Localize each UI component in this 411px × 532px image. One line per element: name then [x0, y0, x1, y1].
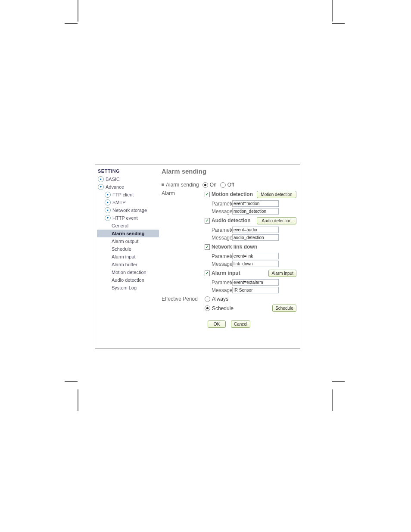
sidebar-item-label: HTTP event	[112, 215, 138, 221]
network-link-down-parameter-input[interactable]	[232, 253, 279, 259]
parameter-label: Parameter	[212, 253, 232, 259]
radio-label: Off	[227, 182, 234, 188]
sidebar-item-smtp[interactable]: ▸ SMTP	[97, 199, 159, 206]
alarm-input-checkbox[interactable]	[205, 271, 210, 276]
alarm-label: Alarm	[162, 190, 205, 196]
sidebar-item-general[interactable]: General	[97, 222, 159, 230]
parameter-label: Parameter	[212, 280, 232, 286]
radio-icon[interactable]	[205, 296, 210, 302]
alarm-input-parameter-input[interactable]	[232, 279, 279, 286]
toggle-label: Alarm sending	[166, 182, 199, 188]
audio-detection-checkbox[interactable]	[205, 218, 210, 224]
effective-always-option[interactable]: Always	[205, 296, 228, 302]
page-title: Alarm sending	[162, 168, 296, 175]
settings-panel: SETTING ▸ BASIC ▾ Advance ▸ FTP client ▸…	[95, 165, 300, 348]
motion-detection-checkbox[interactable]	[205, 192, 210, 197]
audio-detection-label: Audio detection	[212, 218, 257, 224]
radio-icon[interactable]	[205, 305, 210, 311]
audio-detection-message-input[interactable]	[232, 234, 279, 241]
radio-icon[interactable]	[202, 182, 208, 188]
radio-icon[interactable]	[220, 182, 226, 188]
ok-button[interactable]: OK	[208, 320, 226, 328]
radio-label: Always	[212, 296, 228, 302]
bullet-icon	[162, 184, 164, 186]
network-link-down-message-input[interactable]	[232, 261, 279, 267]
network-link-down-checkbox[interactable]	[205, 244, 210, 250]
sidebar-title: SETTING	[98, 168, 159, 174]
alarm-sending-on-option[interactable]: On	[202, 182, 217, 188]
sidebar-item-audio-detection[interactable]: Audio detection	[97, 276, 159, 284]
sidebar-item-network-storage[interactable]: ▸ Network storage	[97, 206, 159, 214]
alarm-input-message-input[interactable]	[232, 287, 279, 293]
collapse-icon[interactable]: ▾	[105, 215, 111, 221]
parameter-label: Parameter	[212, 227, 232, 233]
cancel-button[interactable]: Cancel	[231, 320, 250, 328]
expand-icon[interactable]: ▸	[105, 199, 111, 205]
sidebar-item-label: Schedule	[112, 246, 131, 252]
sidebar-item-motion-detection[interactable]: Motion detection	[97, 268, 159, 276]
motion-detection-parameter-input[interactable]	[232, 200, 279, 207]
audio-detection-parameter-input[interactable]	[232, 227, 279, 233]
sidebar-item-label: Motion detection	[112, 270, 146, 275]
expand-icon[interactable]: ▸	[105, 207, 111, 213]
sidebar-item-alarm-buffer[interactable]: Alarm buffer	[97, 261, 159, 268]
expand-icon[interactable]: ▸	[105, 192, 111, 198]
motion-detection-message-input[interactable]	[232, 208, 279, 215]
schedule-button[interactable]: Schedule	[272, 305, 296, 312]
sidebar-item-system-log[interactable]: System Log	[97, 284, 159, 292]
sidebar-item-schedule[interactable]: Schedule	[97, 245, 159, 253]
alarm-input-label: Alarm input	[212, 270, 268, 276]
effective-period-label: Effective Period	[162, 296, 205, 302]
parameter-label: Parameter	[212, 201, 232, 207]
message-label: Message	[212, 287, 232, 293]
audio-detection-button[interactable]: Audio detection	[257, 217, 296, 224]
expand-icon[interactable]: ▸	[98, 176, 104, 182]
alarm-sending-toggle-row: Alarm sending On Off	[162, 182, 296, 188]
sidebar-item-label: SMTP	[112, 200, 126, 205]
network-link-down-label: Network link down	[212, 244, 296, 250]
sidebar-item-alarm-output[interactable]: Alarm output	[97, 237, 159, 245]
sidebar-item-label: Alarm sending	[112, 231, 144, 236]
radio-label: On	[210, 182, 217, 188]
sidebar-item-alarm-input[interactable]: Alarm input	[97, 253, 159, 261]
message-label: Message	[212, 235, 232, 241]
sidebar-item-label: BASIC	[106, 177, 120, 182]
sidebar-item-ftp-client[interactable]: ▸ FTP client	[97, 191, 159, 199]
sidebar-item-label: Alarm buffer	[112, 262, 137, 267]
radio-label: Schedule	[212, 305, 234, 311]
sidebar: SETTING ▸ BASIC ▾ Advance ▸ FTP client ▸…	[95, 165, 159, 348]
collapse-icon[interactable]: ▾	[98, 184, 104, 190]
sidebar-item-label: Network storage	[112, 208, 147, 213]
alarm-input-button[interactable]: Alarm input	[268, 270, 296, 277]
sidebar-item-alarm-sending[interactable]: Alarm sending	[97, 230, 159, 237]
sidebar-item-basic[interactable]: ▸ BASIC	[97, 175, 159, 183]
sidebar-item-advance[interactable]: ▾ Advance	[97, 183, 159, 191]
alarm-sending-off-option[interactable]: Off	[220, 182, 234, 188]
sidebar-item-label: Alarm output	[112, 239, 138, 244]
motion-detection-label: Motion detection	[212, 191, 257, 197]
sidebar-item-label: General	[112, 223, 128, 228]
sidebar-item-label: Advance	[106, 184, 124, 190]
sidebar-item-label: Alarm input	[112, 254, 136, 259]
sidebar-item-label: System Log	[112, 285, 137, 290]
message-label: Message	[212, 208, 232, 215]
motion-detection-button[interactable]: Motion detection	[257, 191, 296, 198]
sidebar-item-label: Audio detection	[112, 277, 144, 283]
sidebar-item-http-event[interactable]: ▾ HTTP event	[97, 214, 159, 222]
main-content: Alarm sending Alarm sending On Off Alarm…	[159, 165, 300, 348]
effective-schedule-option[interactable]: Schedule	[205, 305, 269, 311]
sidebar-item-label: FTP client	[112, 192, 134, 197]
message-label: Message	[212, 261, 232, 267]
